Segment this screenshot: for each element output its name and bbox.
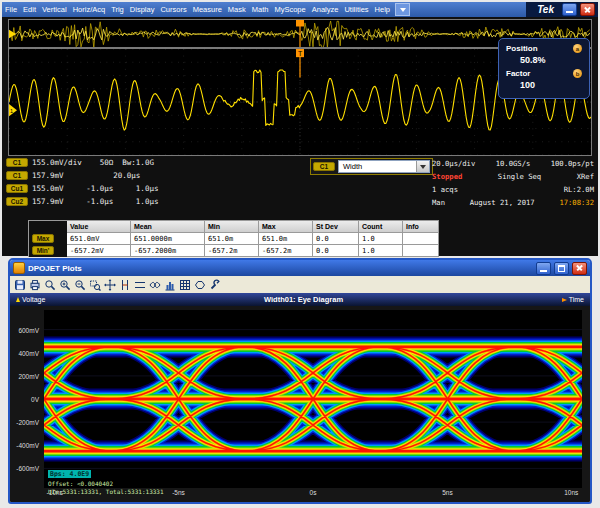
dpojet-close-button[interactable] [572,262,587,275]
table-cell: 651.0m [205,233,259,245]
knob-b-icon[interactable]: b [573,69,582,78]
x-tick-label: -5ns [172,489,185,496]
menu-item-display[interactable]: Display [127,5,158,14]
y-axis-label: Voltage [22,296,45,303]
plot-header: Voltage Width01: Eye Diagram Time [10,293,590,306]
svg-text:1: 1 [10,108,13,114]
scope-close-button[interactable] [580,3,595,16]
dpojet-maximize-button[interactable] [554,262,569,275]
dropdown-arrow-button[interactable] [416,161,429,172]
save-icon[interactable] [13,278,27,292]
status-text: RL:2.0M [564,185,594,194]
table-header-cell: Mean [131,221,205,233]
measurement-table: ValueMeanMinMaxSt DevCountInfoMax651.0mV… [28,220,439,257]
menu-bar: FileEditVerticalHoriz/AcqTrigDisplayCurs… [2,2,598,17]
zoom-in-icon[interactable] [58,278,72,292]
channel-readout-text: 155.0mV/div 50Ω Bw:1.0G [32,158,154,167]
pan-icon[interactable] [103,278,117,292]
wrench-icon[interactable] [208,278,222,292]
channel-readout-text: 157.9mV -1.0μs 1.0μs [32,197,158,206]
cursor-vertical-icon[interactable] [118,278,132,292]
channel-badge[interactable]: C1 [6,171,28,180]
maximize-icon [558,265,565,272]
chevron-down-icon [400,8,406,12]
position-label: Position [506,44,538,53]
factor-label: Factor [506,69,530,78]
menu-item-file[interactable]: File [2,5,20,14]
print-icon[interactable] [28,278,42,292]
menu-item-myscope[interactable]: MyScope [271,5,308,14]
zoom-box-icon[interactable] [88,278,102,292]
cursor-horizontal-icon[interactable] [133,278,147,292]
dpojet-toolbar [10,276,590,294]
menu-item-measure[interactable]: Measure [190,5,225,14]
dpojet-title-bar[interactable]: DPOJET Plots [10,260,590,276]
table-cell: 1.0 [359,245,403,257]
menu-item-trig[interactable]: Trig [108,5,127,14]
table-cell: -657.2mV [67,245,131,257]
measurement-badge[interactable]: Max [32,234,54,243]
menu-item-help[interactable]: Help [372,5,393,14]
table-header-cell: Min [205,221,259,233]
menu-overflow-button[interactable] [395,3,410,16]
axis-up-icon [16,297,20,302]
eye-overlay-icon[interactable] [148,278,162,292]
status-line: 1 acqsRL:2.0M [432,183,594,196]
table-header-cell: Count [359,221,403,233]
annotation-line2: Offset: <0.0040402 [48,480,164,488]
menu-item-vertical[interactable]: Vertical [39,5,70,14]
zoom-icon[interactable] [43,278,57,292]
dpojet-minimize-button[interactable] [536,262,551,275]
menu-item-analyze[interactable]: Analyze [309,5,342,14]
plot-annotation: Bps: 4.0E9 Offset: <0.0040402 UIs:5331:1… [48,461,164,495]
annotation-line1: Bps: 4.0E9 [48,470,91,478]
menu-item-utilities[interactable]: Utilities [341,5,371,14]
position-value: 50.8% [520,55,582,65]
zoom-out-icon[interactable] [73,278,87,292]
menu-item-horiz-acq[interactable]: Horiz/Acq [70,5,109,14]
status-line: StoppedSingle SeqXRef [432,170,594,183]
channel-badge[interactable]: C1 [6,158,28,167]
y-tick-label: 200mV [18,372,39,379]
position-factor-panel: Positiona 50.8% Factorb 100 [498,38,590,99]
menu-item-mask[interactable]: Mask [225,5,249,14]
menu-item-cursors[interactable]: Cursors [157,5,189,14]
measurement-dropdown-value: Width [343,162,362,171]
measurement-dropdown[interactable]: Width [338,160,430,173]
y-tick-label: 0V [31,396,39,403]
knob-a-icon[interactable]: a [573,44,582,53]
status-text: 17:08:32 [559,198,594,207]
axis-right-icon [562,298,567,302]
table-cell: -657.2m [205,245,259,257]
status-text: Man [432,198,445,207]
scope-window: FileEditVerticalHoriz/AcqTrigDisplayCurs… [2,2,598,256]
table-cell: 651.0000m [131,233,205,245]
measurement-source-badge[interactable]: C1 [313,162,335,171]
status-text: Single Seq [498,172,541,181]
table-row-label: Max [29,233,67,245]
x-axis-label: Time [569,296,584,303]
menu-item-edit[interactable]: Edit [20,5,39,14]
scope-minimize-button[interactable] [562,3,577,16]
acquisition-status: 20.0μs/div10.0GS/s100.0ps/ptStoppedSingl… [432,157,594,209]
table-cell: 1.0 [359,233,403,245]
y-tick-label: -200mV [16,419,39,426]
tek-logo: Tek [529,4,559,15]
table-header-cell [29,221,67,233]
status-text: 10.0GS/s [496,159,531,168]
table-cell: -657.2000m [131,245,205,257]
y-tick-label: 600mV [18,326,39,333]
table-header-cell: Max [259,221,313,233]
status-text: 20.0μs/div [432,159,475,168]
table-cell: 651.0mV [67,233,131,245]
measurement-badge[interactable]: Min' [32,246,54,255]
histogram-icon[interactable] [163,278,177,292]
mask-icon[interactable] [193,278,207,292]
scope-title-area: Tek [526,2,598,17]
channel-badge[interactable]: Cu1 [6,184,28,193]
channel-badge[interactable]: Cu2 [6,197,28,206]
channel-readout-text: 157.9mV 20.0μs [32,171,140,180]
menu-item-math[interactable]: Math [249,5,272,14]
grid-icon[interactable] [178,278,192,292]
y-axis-ticks: 600mV400mV200mV0V-200mV-400mV-600mV [10,310,41,488]
